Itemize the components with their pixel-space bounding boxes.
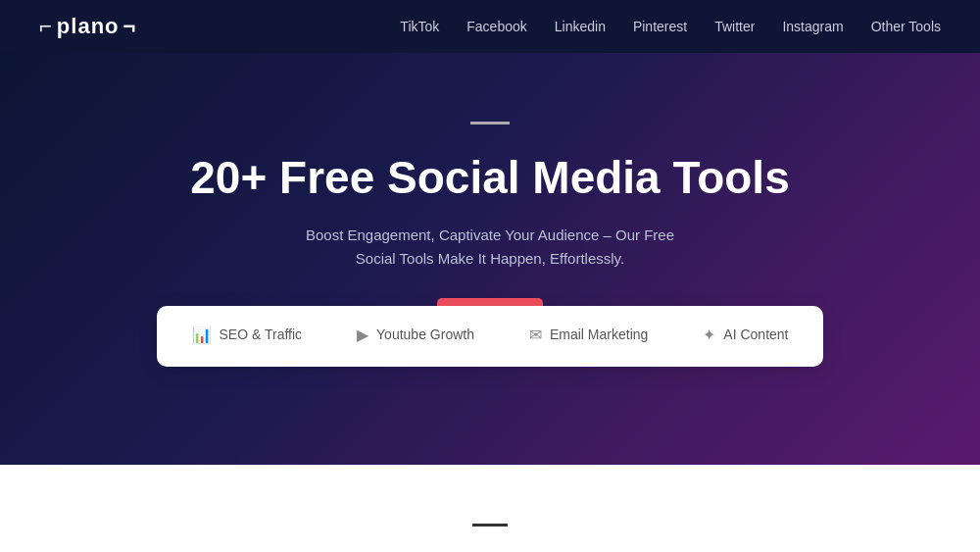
- tiktok-heading: Free TikTok Tools: [39, 548, 941, 552]
- tabs-card: 📊 SEO & Traffic ▶ Youtube Growth ✉ Email…: [157, 306, 823, 367]
- tab-seo-traffic[interactable]: 📊 SEO & Traffic: [165, 306, 330, 367]
- nav-other-tools[interactable]: Other Tools: [871, 19, 941, 34]
- tiktok-section: Free TikTok Tools The Best Free TikTok T…: [0, 465, 980, 552]
- logo[interactable]: ⌐ plano ¬: [39, 14, 136, 39]
- hero-section: 20+ Free Social Media Tools Boost Engage…: [0, 53, 980, 465]
- logo-bracket-right: ¬: [123, 14, 137, 39]
- nav-instagram[interactable]: Instagram: [782, 19, 843, 34]
- tab-email-marketing[interactable]: ✉ Email Marketing: [502, 306, 675, 367]
- nav-tiktok[interactable]: TikTok: [400, 19, 439, 34]
- nav-facebook[interactable]: Facebook: [466, 19, 526, 34]
- main-nav: TikTok Facebook Linkedin Pinterest Twitt…: [400, 19, 941, 34]
- logo-bracket-left: ⌐: [39, 14, 53, 39]
- hero-subtext: Boost Engagement, Captivate Your Audienc…: [284, 224, 696, 271]
- tab-email-label: Email Marketing: [550, 326, 648, 342]
- tab-ai-label: AI Content: [723, 326, 788, 342]
- tab-youtube-label: Youtube Growth: [376, 326, 474, 342]
- section-divider: [472, 524, 508, 527]
- nav-linkedin[interactable]: Linkedin: [555, 19, 606, 34]
- nav-twitter[interactable]: Twitter: [714, 19, 755, 34]
- hero-heading: 20+ Free Social Media Tools: [39, 152, 941, 204]
- tab-ai-content[interactable]: ✦ AI Content: [675, 306, 815, 367]
- tab-seo-label: SEO & Traffic: [220, 326, 303, 342]
- email-icon: ✉: [529, 326, 542, 344]
- header: ⌐ plano ¬ TikTok Facebook Linkedin Pinte…: [0, 0, 980, 53]
- seo-icon: 📊: [192, 326, 212, 344]
- hero-divider: [470, 122, 510, 125]
- tab-youtube-growth[interactable]: ▶ Youtube Growth: [329, 306, 502, 367]
- ai-icon: ✦: [703, 326, 715, 344]
- nav-pinterest[interactable]: Pinterest: [633, 19, 687, 34]
- youtube-icon: ▶: [357, 326, 368, 344]
- logo-text: plano: [57, 14, 120, 39]
